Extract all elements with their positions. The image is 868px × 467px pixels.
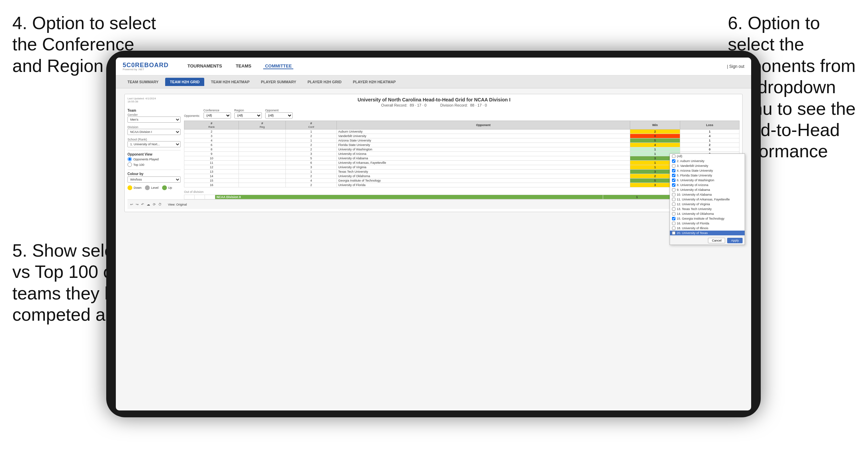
dropdown-item[interactable]: 14. University of Oklahoma [670, 211, 745, 216]
dropdown-checkbox[interactable] [672, 179, 675, 182]
nav-teams[interactable]: TEAMS [234, 63, 253, 69]
dropdown-item[interactable]: 5. Florida State University [670, 173, 745, 178]
dropdown-item[interactable]: 2. Auburn University [670, 159, 745, 163]
dropdown-item[interactable]: (All) [670, 154, 745, 159]
opponent-view-label: Opponent View [127, 152, 181, 156]
dropdown-checkbox[interactable] [672, 198, 675, 201]
col-win: Win [630, 121, 680, 130]
tab-team-h2h-grid[interactable]: TEAM H2H GRID [165, 78, 205, 86]
dropdown-checkbox[interactable] [672, 159, 675, 163]
last-updated: Last Updated: 4/1/2024 16:55:38 [127, 97, 156, 103]
dropdown-checkbox[interactable] [672, 174, 675, 177]
dropdown-item[interactable]: 12. University of Virginia [670, 202, 745, 207]
col-reg: #Reg [239, 121, 285, 130]
dropdown-item[interactable]: 4. Arizona State University [670, 168, 745, 173]
tab-player-h2h-grid[interactable]: PLAYER H2H GRID [303, 78, 346, 86]
dropdown-checkbox[interactable] [672, 212, 675, 216]
dropdown-checkbox[interactable] [672, 169, 675, 172]
dropdown-item[interactable]: 20. University of Texas [670, 231, 745, 235]
dropdown-item-label: 4. Arizona State University [677, 169, 713, 172]
dropdown-checkbox[interactable] [672, 188, 675, 192]
toolbar-refresh[interactable]: ⟳ [153, 202, 156, 206]
out-div-empty3 [205, 195, 215, 199]
radio-group: Opponents Played Top 100 [127, 157, 181, 167]
dropdown-item[interactable]: 15. Georgia Institute of Technology [670, 216, 745, 221]
dropdown-item[interactable]: 16. University of Florida [670, 221, 745, 226]
dropdown-checkbox[interactable] [672, 207, 675, 211]
legend-level-dot [145, 185, 150, 190]
cell-opponent: Auburn University [337, 130, 630, 134]
cell-opponent: University of Arizona [337, 152, 630, 156]
dropdown-item[interactable]: 3. Vanderbilt University [670, 163, 745, 168]
cell-reg [239, 165, 285, 170]
opponent-dropdown[interactable]: (All)2. Auburn University3. Vanderbilt U… [670, 153, 745, 245]
report-top-bar: Last Updated: 4/1/2024 16:55:38 Universi… [127, 97, 739, 107]
dropdown-item[interactable]: 11. University of Arkansas, Fayetteville [670, 197, 745, 202]
dropdown-checkbox[interactable] [672, 164, 675, 168]
dropdown-item[interactable]: 9. University of Alabama [670, 187, 745, 192]
apply-button[interactable]: Apply [727, 238, 743, 243]
dropdown-checkbox[interactable] [672, 226, 675, 230]
opponent-select[interactable]: (All) [265, 112, 293, 119]
dropdown-item-label: 15. Georgia Institute of Technology [677, 217, 724, 220]
dropdown-item-label: (All) [677, 155, 682, 158]
cell-rank: 12 [184, 165, 239, 170]
toolbar-undo[interactable]: ↩ [130, 202, 133, 206]
dropdown-item-label: 10. University of Alabama [677, 193, 712, 196]
tab-player-summary[interactable]: PLAYER SUMMARY [256, 78, 301, 86]
tab-team-h2h-heatmap[interactable]: TEAM H2H HEATMAP [206, 78, 254, 86]
cell-opponent: Florida State University [337, 143, 630, 147]
radio-opponents-input[interactable] [127, 157, 132, 161]
legend: Down Level Up [127, 185, 181, 190]
cell-conf: 1 [285, 170, 337, 174]
gender-select[interactable]: Men's [127, 116, 181, 123]
cell-reg [239, 170, 285, 174]
cell-opponent: Arizona State University [337, 138, 630, 143]
tab-player-h2h-heatmap[interactable]: PLAYER H2H HEATMAP [348, 78, 401, 86]
dropdown-checkbox[interactable] [672, 217, 675, 220]
table-row: 4 1 Arizona State University 5 1 [184, 138, 739, 143]
table-row: 11 6 University of Arkansas, Fayettevill… [184, 161, 739, 165]
cancel-button[interactable]: Cancel [708, 238, 725, 243]
data-table: #Rank #Reg #Conf Opponent Win Loss [184, 121, 739, 187]
dropdown-checkbox[interactable] [672, 231, 675, 235]
cell-opponent: University of Arkansas, Fayetteville [337, 161, 630, 165]
table-row: 2 1 Auburn University 2 1 [184, 130, 739, 134]
dropdown-item[interactable]: 6. University of Washington [670, 178, 745, 183]
dropdown-item-label: 13. Texas Tech University [677, 207, 712, 211]
legend-down-dot [127, 185, 132, 190]
dropdown-item-label: 12. University of Virginia [677, 202, 710, 206]
dropdown-item[interactable]: 8. University of Arizona [670, 183, 745, 187]
dropdown-checkbox[interactable] [672, 222, 675, 225]
division-select[interactable]: NCAA Division I [127, 129, 181, 135]
dropdown-checkbox[interactable] [672, 193, 675, 196]
school-select[interactable]: 1. University of Nort... [127, 141, 181, 147]
tableau-area: Last Updated: 4/1/2024 16:55:38 Universi… [125, 94, 742, 212]
grid-area: Opponents: Conference (All) Region [184, 109, 739, 199]
toolbar-forward[interactable]: ☁ [147, 202, 150, 206]
nav-sign-out[interactable]: | Sign out [727, 64, 744, 69]
colour-by-select[interactable]: Win/loss [127, 176, 181, 183]
left-panel: Team Gender Men's Division [127, 109, 181, 199]
cell-win: 2 [630, 130, 680, 134]
dropdown-item[interactable]: 10. University of Alabama [670, 192, 745, 197]
col-rank: #Rank [184, 121, 239, 130]
toolbar-clock[interactable]: ⏱ [158, 202, 162, 206]
dropdown-checkbox[interactable] [672, 202, 675, 206]
dropdown-checkbox[interactable] [672, 183, 675, 187]
cell-rank: 15 [184, 179, 239, 183]
dropdown-item[interactable]: 13. Texas Tech University [670, 207, 745, 211]
radio-opponents-played[interactable]: Opponents Played [127, 157, 181, 161]
radio-top100-input[interactable] [127, 162, 132, 167]
conference-select[interactable]: (All) [204, 112, 231, 119]
cell-rank: 4 [184, 138, 239, 143]
dropdown-item[interactable]: 18. University of Illinois [670, 226, 745, 231]
tab-team-summary[interactable]: TEAM SUMMARY [123, 78, 163, 86]
toolbar-redo[interactable]: ↪ [136, 202, 138, 206]
region-select[interactable]: (All) [234, 112, 262, 119]
nav-tournaments[interactable]: TOURNAMENTS [186, 63, 224, 69]
toolbar-back[interactable]: ↶ [141, 202, 144, 206]
nav-committee[interactable]: COMMITTEE [263, 63, 293, 69]
radio-top100[interactable]: Top 100 [127, 162, 181, 167]
dropdown-checkbox[interactable] [672, 155, 675, 158]
